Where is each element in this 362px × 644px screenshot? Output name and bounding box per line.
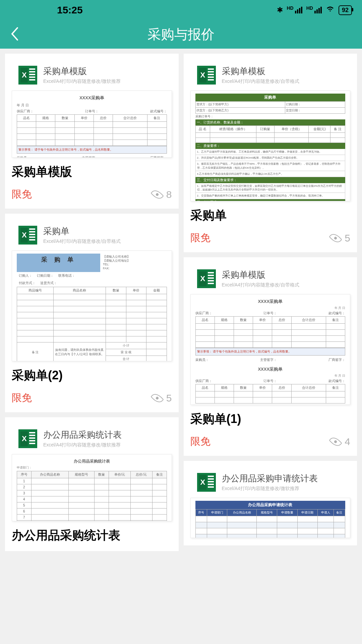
wifi-icon	[326, 6, 335, 14]
view-count: 5	[330, 232, 350, 244]
free-badge: 限免	[190, 231, 210, 245]
card-title: 采购单(1)	[190, 411, 351, 427]
nav-bar: 采购与报价	[0, 20, 362, 49]
template-card[interactable]: 采购单 Excel/A4打印/内容随意修改/自带格式 采 购 单 【请输入公司名…	[5, 214, 179, 412]
view-count: 4	[330, 436, 350, 447]
card-title: 办公用品采购统计表	[12, 527, 172, 544]
template-preview: 办公用品采购申请统计表 序号申请部门办公用品名称规格型号申请数量申请日期申请人备…	[190, 498, 351, 538]
excel-icon	[197, 269, 216, 288]
card-title: 采购单(2)	[12, 367, 172, 384]
template-preview: 办公用品采购统计表 申请部门： 序号办公商品名称规格型号数量单价/元总价/元备注…	[12, 454, 172, 521]
free-badge: 限免	[190, 435, 210, 448]
view-count: 5	[152, 392, 172, 404]
content-grid[interactable]: 采购单模版 Excel/A4打印/内容随意修改/微软推荐 XXXX采购单 年 月…	[0, 49, 362, 644]
status-time: 15:25	[57, 4, 83, 16]
template-preview: 采 购 单 【请输入公司名称】【请输入公司地址】TEL:FAX: 订购人：订购日…	[12, 251, 172, 361]
signal-icon	[295, 7, 302, 13]
status-bar: 15:25 ✱ HD HD 92	[0, 0, 362, 20]
back-button[interactable]	[10, 26, 19, 43]
template-card[interactable]: 办公用品采购统计表 Excel/A4打印/内容随意修改/微软推荐 办公用品采购统…	[5, 417, 179, 551]
template-card[interactable]: 采购单模板 Excel/A4打印/内容随意修改/自带格式 采购单 需求方：(以下…	[184, 54, 357, 252]
eye-icon	[329, 435, 343, 448]
template-card[interactable]: 采购单模版 Excel/A4打印/内容随意修改/自带格式 XXXX采购单 年 月…	[184, 257, 357, 456]
eye-icon	[329, 231, 343, 245]
card-title: 采购单	[190, 207, 351, 224]
signal-icon	[314, 7, 322, 13]
battery-icon: 92	[339, 5, 352, 15]
excel-icon	[197, 473, 216, 492]
excel-icon	[197, 66, 216, 85]
eye-icon	[150, 391, 164, 405]
status-icons: ✱ HD HD 92	[277, 5, 352, 15]
card-title: 采购单模版	[12, 164, 172, 180]
eye-icon	[150, 188, 164, 201]
template-preview: XXXX采购单 年 月 日 供应厂商：订单号：款式编号： 品名规格数量单价总价合…	[12, 91, 172, 158]
free-badge: 限免	[12, 391, 32, 405]
template-preview: XXXX采购单 年 月 日 供应厂商：订单号：款式编号： 品名规格数量单价总价合…	[190, 294, 351, 405]
template-preview: 采购单 需求方：(以下简称甲方)订购日期： 供货方：(以下简称乙方)交货日期： …	[190, 91, 351, 201]
excel-icon	[18, 66, 37, 85]
excel-icon	[18, 429, 37, 448]
free-badge: 限免	[12, 187, 32, 201]
view-count: 8	[152, 189, 172, 200]
excel-icon	[18, 226, 37, 245]
template-card[interactable]: 采购单模版 Excel/A4打印/内容随意修改/微软推荐 XXXX采购单 年 月…	[5, 54, 179, 209]
page-title: 采购与报价	[10, 25, 352, 44]
template-card[interactable]: 办公用品采购申请统计表 Excel/A4打印/内容随意修改/微软推荐 办公用品采…	[184, 461, 357, 545]
bluetooth-icon: ✱	[277, 6, 283, 14]
